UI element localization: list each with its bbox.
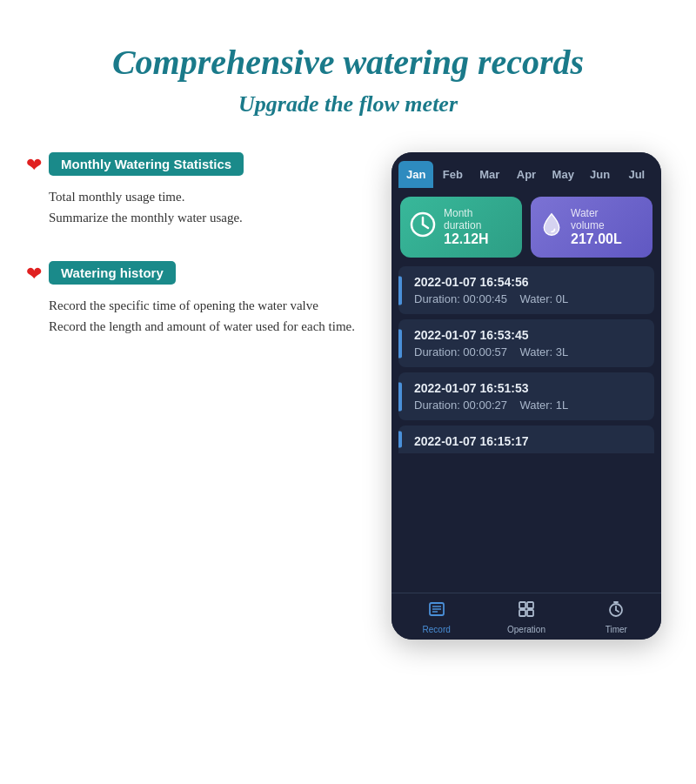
- monthly-stats-tag: Monthly Watering Statistics: [49, 152, 244, 176]
- nav-record[interactable]: Record: [392, 600, 481, 634]
- duration-info: Monthduration 12.12H: [444, 207, 489, 247]
- history-item-3: 2022-01-07 16:15:17: [398, 426, 654, 453]
- sub-title: Upgrade the flow meter: [0, 91, 696, 152]
- right-column: Jan Feb Mar Apr May Jun Jul: [392, 152, 670, 640]
- feature-history-content: Watering history Record the specific tim…: [49, 261, 374, 337]
- history-item-1: 2022-01-07 16:53:45 Duration: 00:00:57 W…: [398, 319, 654, 367]
- content-area: ❤ Monthly Watering Statistics Total mont…: [0, 152, 696, 640]
- tab-feb[interactable]: Feb: [435, 161, 470, 188]
- volume-info: Watervolume 217.00L: [571, 207, 622, 247]
- duration-label: Monthduration: [444, 207, 489, 231]
- timer-icon: [607, 600, 625, 622]
- tab-jan[interactable]: Jan: [398, 161, 433, 188]
- tab-jun[interactable]: Jun: [582, 161, 617, 188]
- left-column: ❤ Monthly Watering Statistics Total mont…: [26, 152, 374, 352]
- watering-history-desc: Record the specific time of opening the …: [49, 295, 374, 337]
- timestamp-3: 2022-01-07 16:15:17: [409, 434, 644, 448]
- nav-timer-label: Timer: [606, 625, 627, 634]
- duration-value: 12.12H: [444, 231, 489, 247]
- tab-apr[interactable]: Apr: [509, 161, 544, 188]
- nav-record-label: Record: [423, 625, 451, 634]
- volume-value: 217.00L: [571, 231, 622, 247]
- feature-monthly-content: Monthly Watering Statistics Total monthl…: [49, 152, 374, 228]
- tab-may[interactable]: May: [545, 161, 580, 188]
- volume-label: Watervolume: [571, 207, 622, 231]
- stat-card-duration: Monthduration 12.12H: [400, 197, 522, 258]
- history-item-2: 2022-01-07 16:51:53 Duration: 00:00:27 W…: [398, 372, 654, 420]
- stats-row: Monthduration 12.12H Watervolume 217.00L: [392, 188, 661, 266]
- stat-card-volume: Watervolume 217.00L: [531, 197, 652, 258]
- monthly-stats-desc: Total monthly usage time. Summarize the …: [49, 186, 374, 228]
- tab-jul[interactable]: Jul: [619, 161, 654, 188]
- details-0: Duration: 00:00:45 Water: 0L: [409, 292, 644, 305]
- timestamp-2: 2022-01-07 16:51:53: [409, 381, 644, 395]
- feature-watering-history: ❤ Watering history Record the specific t…: [26, 261, 374, 337]
- svg-rect-7: [519, 602, 525, 608]
- svg-rect-10: [527, 610, 533, 616]
- record-icon: [428, 600, 445, 622]
- timestamp-0: 2022-01-07 16:54:56: [409, 275, 644, 289]
- svg-rect-9: [519, 610, 525, 616]
- nav-timer[interactable]: Timer: [572, 600, 661, 634]
- timestamp-1: 2022-01-07 16:53:45: [409, 328, 644, 342]
- watering-history-tag: Watering history: [49, 261, 176, 285]
- main-title: Comprehensive watering records: [0, 0, 696, 91]
- nav-operation[interactable]: Operation: [481, 600, 571, 634]
- nav-operation-label: Operation: [507, 625, 545, 634]
- svg-rect-8: [527, 602, 533, 608]
- feature-monthly-stats: ❤ Monthly Watering Statistics Total mont…: [26, 152, 374, 228]
- clock-icon: [409, 211, 437, 245]
- tab-mar[interactable]: Mar: [472, 161, 507, 188]
- month-tabs: Jan Feb Mar Apr May Jun Jul: [392, 152, 661, 188]
- details-2: Duration: 00:00:27 Water: 1L: [409, 399, 644, 412]
- bottom-nav: Record Operation: [392, 593, 661, 640]
- history-item-0: 2022-01-07 16:54:56 Duration: 00:00:45 W…: [398, 266, 654, 314]
- history-list: 2022-01-07 16:54:56 Duration: 00:00:45 W…: [392, 266, 661, 586]
- heart-icon-2: ❤: [26, 263, 42, 285]
- details-1: Duration: 00:00:57 Water: 3L: [409, 345, 644, 358]
- drop-icon: [539, 212, 564, 243]
- phone-mockup: Jan Feb Mar Apr May Jun Jul: [392, 152, 661, 640]
- svg-line-13: [616, 610, 619, 612]
- svg-line-2: [423, 224, 428, 228]
- operation-icon: [518, 600, 535, 622]
- heart-icon-1: ❤: [26, 154, 42, 177]
